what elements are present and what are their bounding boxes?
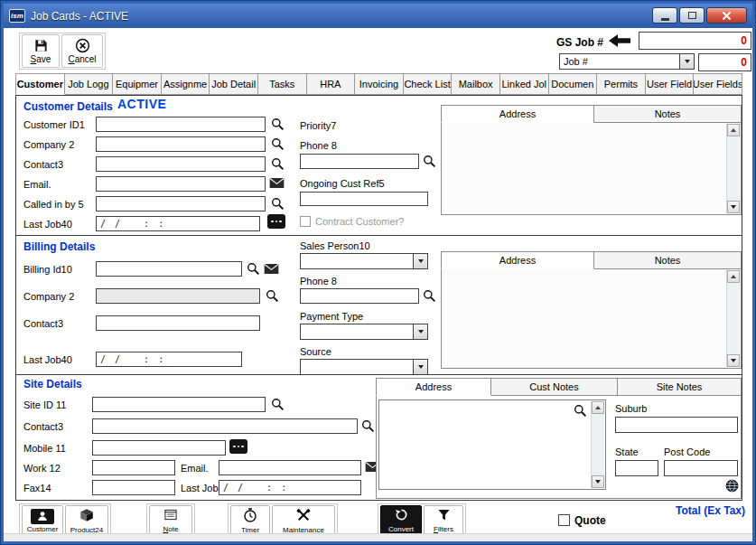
billing-phone-search-icon[interactable] bbox=[423, 289, 436, 303]
globe-icon[interactable] bbox=[725, 479, 739, 493]
billing-id-search-icon[interactable] bbox=[247, 262, 260, 276]
billing-company-input bbox=[96, 288, 260, 304]
convert-button[interactable]: Convert bbox=[380, 505, 422, 536]
site-address-textarea[interactable] bbox=[378, 399, 606, 490]
chevron-down-icon[interactable] bbox=[413, 254, 427, 268]
tab-hra[interactable]: HRA bbox=[307, 73, 356, 95]
site-id-input[interactable] bbox=[92, 397, 266, 412]
billing-phone-input[interactable] bbox=[300, 288, 419, 304]
called-in-by-search-icon[interactable] bbox=[271, 197, 285, 211]
product-button[interactable]: Product24 bbox=[65, 505, 108, 536]
customer-button[interactable]: Customer bbox=[22, 505, 63, 536]
tab-linked-jobs[interactable]: Linked Jol bbox=[500, 73, 549, 95]
site-address-tab[interactable]: Address bbox=[376, 378, 491, 396]
customer-phone-input[interactable] bbox=[300, 154, 419, 169]
job-number-value-field[interactable]: 0 bbox=[698, 53, 751, 71]
chevron-down-icon[interactable] bbox=[413, 324, 427, 339]
post-code-input[interactable] bbox=[664, 460, 738, 476]
source-select[interactable] bbox=[300, 359, 428, 375]
customer-id-input[interactable] bbox=[96, 117, 266, 132]
customer-company-input[interactable] bbox=[96, 136, 266, 152]
customer-id-search-icon[interactable] bbox=[271, 117, 285, 131]
billing-last-job-input[interactable]: / / : : bbox=[96, 352, 242, 367]
tab-assignment[interactable]: Assignme bbox=[162, 73, 210, 95]
customer-last-job-more-button[interactable] bbox=[267, 214, 285, 229]
cancel-button[interactable]: Cancel bbox=[61, 34, 103, 68]
gs-job-number-field[interactable]: 0 bbox=[639, 32, 751, 50]
site-email-input[interactable] bbox=[219, 460, 361, 475]
stopwatch-icon bbox=[243, 508, 257, 525]
customer-contact-search-icon[interactable] bbox=[271, 157, 285, 171]
site-id-search-icon[interactable] bbox=[271, 398, 285, 411]
tab-invoicing[interactable]: Invoicing bbox=[355, 73, 404, 95]
billing-contact-input[interactable] bbox=[96, 315, 260, 331]
filters-button[interactable]: Filters bbox=[424, 505, 463, 536]
timer-button[interactable]: Timer bbox=[230, 505, 270, 536]
site-cust-notes-tab[interactable]: Cust Notes bbox=[491, 378, 618, 396]
tab-documents[interactable]: Documen bbox=[549, 73, 598, 95]
billing-address-tab[interactable]: Address bbox=[441, 251, 594, 269]
billing-phone-label: Phone 8 bbox=[300, 276, 337, 287]
tab-tasks[interactable]: Tasks bbox=[258, 73, 307, 95]
quote-checkbox[interactable] bbox=[558, 514, 570, 526]
billing-email-envelope-icon[interactable] bbox=[264, 263, 279, 275]
site-contact-input[interactable] bbox=[92, 418, 358, 434]
scroll-up-icon[interactable] bbox=[727, 270, 740, 283]
scroll-down-icon[interactable] bbox=[727, 201, 740, 213]
site-address-search-icon[interactable] bbox=[574, 404, 587, 418]
sales-person-select[interactable] bbox=[300, 253, 428, 269]
customer-last-job-input[interactable]: / / : : bbox=[96, 216, 260, 231]
tab-customer[interactable]: Customer bbox=[15, 73, 65, 95]
tab-user-field[interactable]: User Field bbox=[646, 73, 695, 95]
customer-phone-search-icon[interactable] bbox=[423, 155, 436, 168]
scroll-down-icon[interactable] bbox=[727, 354, 740, 367]
customer-email-input[interactable] bbox=[96, 176, 266, 192]
billing-address-scrollbar[interactable] bbox=[726, 270, 740, 367]
site-last-job-input[interactable]: / / : : bbox=[219, 480, 361, 495]
site-mobile-more-button[interactable] bbox=[229, 439, 247, 454]
site-site-notes-tab[interactable]: Site Notes bbox=[618, 378, 742, 396]
billing-company-search-icon[interactable] bbox=[266, 289, 279, 303]
site-details-title: Site Details bbox=[23, 378, 82, 390]
site-mobile-input[interactable] bbox=[92, 440, 226, 456]
site-address-scrollbar[interactable] bbox=[591, 401, 604, 488]
scroll-down-icon[interactable] bbox=[592, 475, 604, 488]
tab-job-detail[interactable]: Job Detail bbox=[210, 73, 258, 95]
maximize-button[interactable] bbox=[679, 7, 705, 23]
customer-address-tab[interactable]: Address bbox=[441, 105, 594, 123]
customer-address-scrollbar[interactable] bbox=[726, 124, 740, 213]
site-work-input[interactable] bbox=[92, 460, 175, 475]
billing-id-input[interactable] bbox=[96, 261, 242, 277]
save-button[interactable]: Save bbox=[22, 34, 60, 68]
state-input[interactable] bbox=[615, 460, 658, 476]
tab-equipment[interactable]: Equipmer bbox=[113, 73, 162, 95]
job-number-select[interactable]: Job # bbox=[559, 53, 695, 70]
scroll-up-icon[interactable] bbox=[592, 401, 604, 414]
customer-email-envelope-icon[interactable] bbox=[269, 177, 285, 189]
billing-notes-tab[interactable]: Notes bbox=[594, 251, 742, 269]
tab-mailbox[interactable]: Mailbox bbox=[452, 73, 500, 95]
scroll-up-icon[interactable] bbox=[727, 124, 740, 136]
payment-type-select[interactable] bbox=[300, 324, 428, 340]
chevron-down-icon[interactable] bbox=[679, 54, 694, 69]
site-fax-input[interactable] bbox=[92, 480, 175, 495]
billing-address-textarea[interactable] bbox=[441, 269, 742, 369]
note-button[interactable]: Note bbox=[149, 505, 192, 536]
tab-permits[interactable]: Permits bbox=[597, 73, 646, 95]
called-in-by-input[interactable] bbox=[96, 196, 266, 211]
ongoing-cust-ref-input[interactable] bbox=[300, 192, 428, 206]
suburb-input[interactable] bbox=[615, 417, 738, 433]
tab-user-fields[interactable]: User Fields bbox=[694, 73, 742, 95]
customer-address-textarea[interactable] bbox=[441, 123, 742, 215]
tab-check-list[interactable]: Check List bbox=[404, 73, 453, 95]
close-button[interactable] bbox=[706, 7, 747, 23]
tab-job-logging[interactable]: Job Logg bbox=[65, 73, 114, 95]
chevron-down-icon[interactable] bbox=[413, 360, 427, 374]
maintenance-button[interactable]: Maintenance bbox=[272, 505, 335, 536]
customer-company-search-icon[interactable] bbox=[271, 137, 285, 151]
customer-notes-tab[interactable]: Notes bbox=[594, 105, 742, 123]
site-contact-search-icon[interactable] bbox=[361, 419, 375, 433]
minimize-button[interactable] bbox=[652, 7, 677, 23]
contract-customer-checkbox[interactable] bbox=[300, 216, 311, 227]
customer-contact-input[interactable] bbox=[96, 156, 266, 172]
